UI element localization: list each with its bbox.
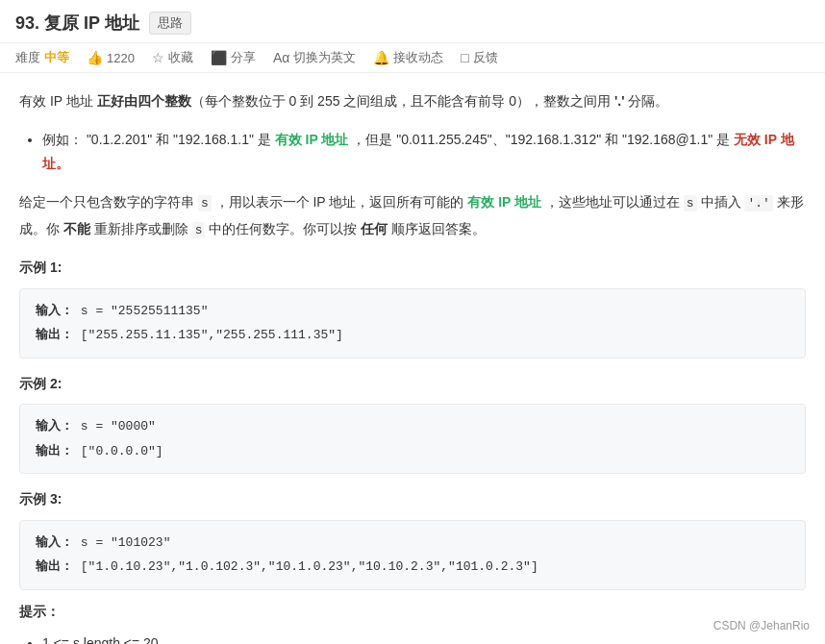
hints-list: 1 <= s.length <= 20 s 仅由数字组成 — [42, 632, 806, 644]
example3-title: 示例 3: — [19, 487, 806, 511]
problem-toolbar: 难度 中等 👍 1220 ☆ 收藏 ⬛ 分享 Aα 切换为英文 🔔 接收动态 □… — [0, 43, 825, 73]
problem-content: 有效 IP 地址 正好由四个整数（每个整数位于 0 到 255 之间组成，且不能… — [0, 73, 825, 644]
example2-input: 输入： s = "0000" — [36, 414, 789, 439]
feedback-item[interactable]: □ 反馈 — [461, 49, 497, 66]
collect-item[interactable]: ☆ 收藏 — [152, 49, 193, 66]
hints-section: 提示： 1 <= s.length <= 20 s 仅由数字组成 — [19, 600, 806, 644]
example3-output: 输出： ["1.0.10.23","1.0.102.3","10.1.0.23"… — [36, 555, 789, 580]
problem-number-title: 93. 复原 IP 地址 — [15, 12, 139, 35]
watermark: CSDN @JehanRio — [713, 619, 810, 632]
example2-output: 输出： ["0.0.0.0"] — [36, 439, 789, 464]
problem-header: 93. 复原 IP 地址 思路 — [0, 0, 825, 43]
share-icon: ⬛ — [211, 50, 227, 65]
switch-lang-item[interactable]: Aα 切换为英文 — [273, 49, 356, 66]
feedback-icon: □ — [461, 50, 468, 65]
example1-box: 输入： s = "25525511135" 输出： ["255.255.11.1… — [19, 288, 806, 359]
example-bullet-item: 例如： "0.1.2.201" 和 "192.168.1.1" 是 有效 IP … — [42, 128, 806, 176]
hint-item-1: 1 <= s.length <= 20 — [42, 632, 806, 644]
example2-title: 示例 2: — [19, 372, 806, 396]
thumbs-up-icon: 👍 — [87, 50, 103, 65]
likes-item[interactable]: 👍 1220 — [87, 50, 135, 65]
star-icon: ☆ — [152, 50, 164, 65]
difficulty-item: 难度 中等 — [15, 49, 69, 66]
example3-box: 输入： s = "101023" 输出： ["1.0.10.23","1.0.1… — [19, 520, 806, 590]
example1-title: 示例 1: — [19, 256, 806, 280]
receive-item[interactable]: 🔔 接收动态 — [373, 49, 443, 66]
example1-output: 输出： ["255.255.11.135","255.255.111.35"] — [36, 323, 789, 348]
example1-input: 输入： s = "25525511135" — [36, 299, 789, 324]
bell-icon: 🔔 — [373, 50, 389, 65]
example-bullet-list: 例如： "0.1.2.201" 和 "192.168.1.1" 是 有效 IP … — [42, 128, 806, 176]
example2-box: 输入： s = "0000" 输出： ["0.0.0.0"] — [19, 404, 806, 474]
difficulty-badge: 中等 — [44, 49, 69, 66]
description-para1: 有效 IP 地址 正好由四个整数（每个整数位于 0 到 255 之间组成，且不能… — [19, 88, 806, 114]
idea-tag-button[interactable]: 思路 — [149, 12, 191, 35]
share-item[interactable]: ⬛ 分享 — [211, 49, 256, 66]
description-para2: 给定一个只包含数字的字符串 s ，用以表示一个 IP 地址，返回所有可能的 有效… — [19, 189, 806, 242]
translate-icon: Aα — [273, 50, 289, 65]
hints-title: 提示： — [19, 600, 806, 624]
example3-input: 输入： s = "101023" — [36, 531, 789, 556]
